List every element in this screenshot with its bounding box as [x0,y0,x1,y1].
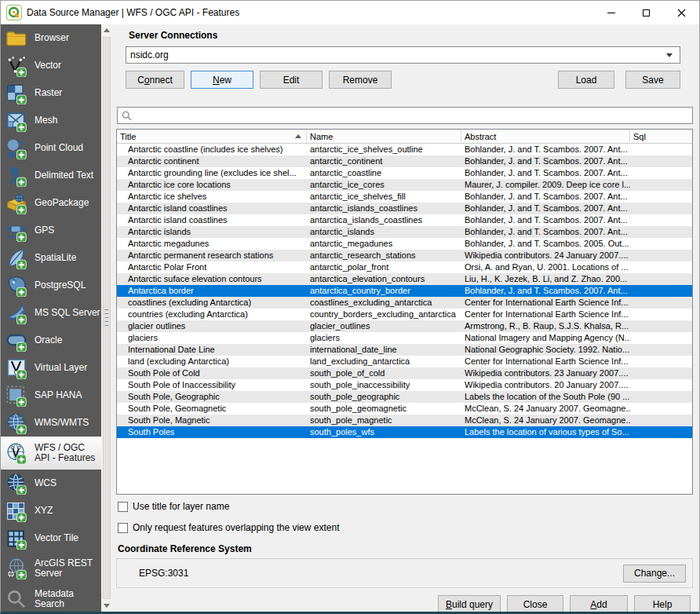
table-row[interactable]: Antarctic ice core locationsantarctic_ic… [117,179,692,191]
table-row[interactable]: International Date Lineinternational_dat… [117,344,692,356]
new-button[interactable]: New [191,71,253,89]
cell-abstract: Center for International Earth Science I… [461,356,630,367]
sidebar-item-wms-wmts[interactable]: WMS/WMTS [1,409,101,437]
column-header-abstract[interactable]: Abstract [461,130,630,143]
sidebar-item-virtual-layer[interactable]: Virtual Layer [1,354,101,382]
table-row[interactable]: Antarctic suface elevation contoursantar… [117,273,692,285]
crs-change-button[interactable]: Change... [623,565,686,583]
sidebar-item-delimited-text[interactable]: Delimited Text [1,162,101,189]
table-row[interactable]: Antarctic grounding line (excludes ice s… [117,167,692,179]
table-row[interactable]: Antarctic islandsantarctic_islandsBohlan… [117,226,692,238]
table-row[interactable]: Antarctic megadunesantarctic_megadunesBo… [117,238,692,250]
sidebar-item-label: ArcGIS REST Server [35,558,101,579]
close-icon [677,9,686,17]
scroll-down-icon[interactable] [101,600,112,612]
table-row[interactable]: Antarctic Polar Frontantarctic_polar_fro… [117,261,692,273]
table-row[interactable]: Antarctica borderantarctica_country_bord… [117,285,692,297]
cell-name: antarctica_islands_coastlines [307,214,461,226]
sidebar-item-wfs-ogc-api-features[interactable]: WFS / OGC API - Features [1,437,101,470]
sidebar-item-raster[interactable]: Raster [1,79,101,107]
cell-abstract: Maurer, J. compiler. 2009. Deep ice core… [461,179,630,191]
cell-sql [630,214,692,226]
cell-sql [630,367,692,379]
add-button[interactable]: Add [570,595,628,612]
search-input[interactable] [135,108,692,122]
sidebar-item-point-cloud[interactable]: Point Cloud [1,134,101,162]
metadata-search-icon [5,588,27,610]
table-row[interactable]: Antarctic ice shelvesantarctic_ice_shelv… [117,191,692,203]
table-row[interactable]: Antarctic continentantarctic_continentBo… [117,155,692,167]
help-button[interactable]: Help [634,595,691,612]
build-query-button[interactable]: Build query [438,595,501,612]
cell-sql [630,403,692,415]
connection-select[interactable]: nsidc.org [126,46,680,64]
delimited-text-icon [5,165,27,187]
sidebar-item-gps[interactable]: GPS [1,217,101,244]
column-header-name[interactable]: Name [307,130,461,143]
sidebar-item-spatialite[interactable]: SpatiaLite [1,244,101,272]
table-row[interactable]: land (excluding Antarctica)land_excludin… [117,356,692,367]
table-row[interactable]: South Pole, Geomagneticsouth_pole_geomag… [117,403,692,415]
table-row[interactable]: Antarctic coastline (includes ice shelve… [117,144,692,155]
sidebar-item-sap-hana[interactable]: SAP HANA [1,382,101,409]
table-row[interactable]: countries (excluding Antarctica)country_… [117,309,692,320]
sidebar-item-postgresql[interactable]: PostgreSQL [1,272,101,299]
table-row[interactable]: glaciersglaciersNational Imagery and Map… [117,332,692,344]
table-row[interactable]: glacier outlinesglacier_outlinesArmstron… [117,320,692,332]
use-title-checkbox[interactable] [118,502,128,512]
cell-title: Antarctic islands [117,226,307,238]
sidebar-item-arcgis-rest-server[interactable]: ArcGIS REST Server [1,552,101,585]
table-row[interactable]: South Pole, Geographicsouth_pole_geograp… [117,391,692,403]
remove-button[interactable]: Remove [329,71,392,89]
cell-abstract: Orsi, A. and Ryan, U. 2001. Locations of… [461,261,630,273]
cell-sql [630,379,692,391]
crs-value: EPSG:3031 [139,568,623,579]
table-row[interactable]: Antarctic permanent research stationsant… [117,250,692,261]
edit-button[interactable]: Edit [260,71,323,89]
gps-icon [5,220,27,242]
sidebar-item-xyz[interactable]: XYZ [1,497,101,524]
sidebar-item-ms-sql-server[interactable]: MS SQL Server [1,299,101,327]
overlap-checkbox[interactable] [118,523,128,533]
table-row[interactable]: South Pole of Coldsouth_pole_of_coldWiki… [117,367,692,379]
close-button[interactable] [664,1,699,24]
sidebar-item-mesh[interactable]: Mesh [1,107,101,134]
sidebar-item-browser[interactable]: Browser [1,24,101,52]
table-row[interactable]: South Pole, Magneticsouth_pole_magneticM… [117,415,692,426]
table-row[interactable]: coastlines (excluding Antarctica)coastli… [117,297,692,309]
sidebar-item-vector[interactable]: Vector [1,52,101,79]
scroll-up-icon[interactable] [101,24,112,36]
cell-title: South Pole of Inaccessibility [117,379,307,391]
cell-title: Antarctic continent [117,155,307,167]
column-header-title[interactable]: Title [117,130,307,143]
cell-name: antarctica_country_border [307,285,461,297]
table-row[interactable]: South Polessouth_poles_wfsLabels the loc… [117,426,692,438]
cell-abstract: Labels the location of various types of … [461,426,630,438]
load-button[interactable]: Load [558,71,614,89]
sidebar-item-geopackage[interactable]: GeoPackage [1,189,101,217]
table-row[interactable]: Antarctic island coastlinesantarctica_is… [117,214,692,226]
column-header-sql[interactable]: Sql [630,130,692,143]
scrollbar-thumb[interactable] [103,37,111,599]
window-title: Data Source Manager | WFS / OGC API - Fe… [27,7,593,18]
save-button[interactable]: Save [625,71,680,89]
minimize-button[interactable] [593,1,629,24]
use-title-option[interactable]: Use title for layer name [118,501,693,512]
maximize-button[interactable] [629,1,664,24]
sidebar-item-label: WMS/WMTS [35,418,89,428]
sidebar-item-vector-tile[interactable]: Vector Tile [1,524,101,552]
cell-name: antarctic_megadunes [307,238,461,250]
table-row[interactable]: South Pole of Inaccessibilitysouth_pole_… [117,379,692,391]
sidebar-item-metadata-search[interactable]: Metadata Search [1,585,101,612]
overlap-option[interactable]: Only request features overlapping the vi… [118,522,693,533]
sidebar-scrollbar[interactable] [101,24,112,612]
cell-sql [630,167,692,179]
sidebar-item-label: WCS [35,478,57,488]
close-dialog-button[interactable]: Close [507,595,563,612]
table-row[interactable]: Antarctic island coastlinesantarctic_isl… [117,203,692,214]
filter-search-box [117,107,693,124]
sidebar-item-wcs[interactable]: WCS [1,470,101,497]
cell-title: Antarctic grounding line (excludes ice s… [117,167,307,179]
sidebar-item-oracle[interactable]: Oracle [1,327,101,354]
connect-button[interactable]: Connect [126,71,184,89]
